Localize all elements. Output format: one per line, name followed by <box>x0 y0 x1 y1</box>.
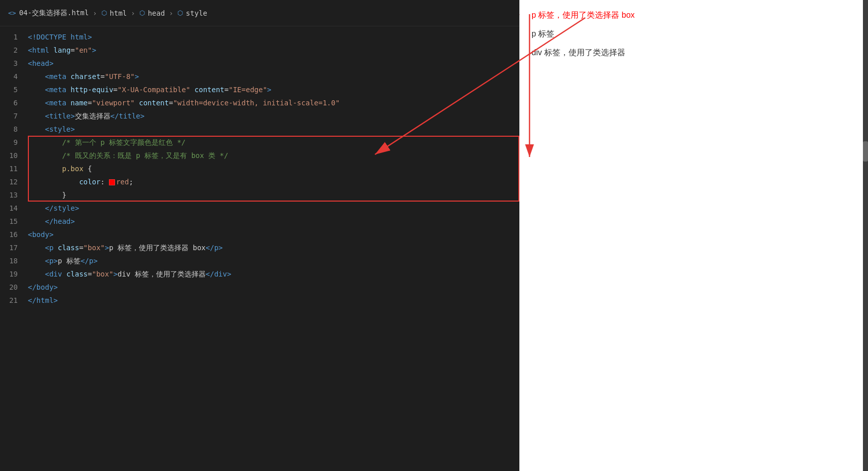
token-c-white <box>28 257 45 265</box>
token-c-white <box>28 217 45 225</box>
token-c-white <box>135 99 139 107</box>
code-line-15: 15 </head> <box>0 215 519 228</box>
token-c-white: = <box>169 99 173 107</box>
code-line-6: 6 <meta name="viewport" content="width=d… <box>0 96 519 109</box>
token-c-tag: <html <box>28 46 49 54</box>
line-number-17: 17 <box>0 241 28 254</box>
breadcrumb-file[interactable]: 04-交集选择器.html <box>19 9 89 18</box>
line-number-18: 18 <box>0 254 28 267</box>
code-line-18: 18 <p>p 标签</p> <box>0 254 519 267</box>
token-c-attr: class <box>66 270 88 278</box>
line-content-12[interactable]: color: red; <box>28 175 519 188</box>
line-content-3[interactable]: <head> <box>28 57 519 70</box>
breadcrumb-node3[interactable]: style <box>186 9 207 17</box>
token-c-white: = <box>70 46 74 54</box>
line-number-20: 20 <box>0 281 28 294</box>
token-c-tag: <style> <box>45 125 75 133</box>
code-line-9: 9 /* 第一个 p 标签文字颜色是红色 */ <box>0 136 519 149</box>
token-c-val: "width=device-width, initial-scale=1.0" <box>173 99 340 107</box>
token-c-tag: <p <box>45 244 54 252</box>
head-icon: ⬡ <box>139 9 145 17</box>
code-line-3: 3<head> <box>0 57 519 70</box>
token-c-white <box>28 151 62 160</box>
token-c-tag: <div <box>45 270 62 278</box>
token-c-attr: class <box>58 244 79 252</box>
code-line-14: 14 </style> <box>0 202 519 215</box>
token-c-tag: <title> <box>45 112 75 120</box>
line-content-20[interactable]: </body> <box>28 281 519 294</box>
token-c-white: p 标签，使用了类选择器 box <box>109 244 206 252</box>
token-c-white <box>49 46 53 54</box>
line-content-6[interactable]: <meta name="viewport" content="width=dev… <box>28 96 519 109</box>
token-c-white: = <box>79 244 83 252</box>
token-c-white: { <box>84 165 92 173</box>
token-c-val: "box" <box>84 244 105 252</box>
line-content-11[interactable]: p.box { <box>28 162 519 175</box>
line-content-4[interactable]: <meta charset="UTF-8"> <box>28 70 519 83</box>
line-content-5[interactable]: <meta http-equiv="X-UA-Compatible" conte… <box>28 83 519 96</box>
red-arrow <box>519 0 868 471</box>
line-content-18[interactable]: <p>p 标签</p> <box>28 254 519 267</box>
token-c-tag: > <box>267 86 271 94</box>
token-c-white <box>28 138 62 146</box>
breadcrumb-sep3: › <box>169 9 173 17</box>
line-number-19: 19 <box>0 267 28 281</box>
token-c-tag: </title> <box>110 112 144 120</box>
line-number-5: 5 <box>0 83 28 96</box>
line-number-11: 11 <box>0 162 28 175</box>
scrollbar[interactable] <box>863 0 868 471</box>
token-c-tag: </p> <box>206 244 223 252</box>
token-c-tag: <p> <box>45 257 58 265</box>
token-c-val: "viewport" <box>92 99 134 107</box>
code-line-8: 8 <style> <box>0 123 519 136</box>
line-content-17[interactable]: <p class="box">p 标签，使用了类选择器 box</p> <box>28 241 519 254</box>
line-content-10[interactable]: /* 既又的关系：既是 p 标签，又是有 box 类 */ <box>28 149 519 162</box>
line-content-19[interactable]: <div class="box">div 标签，使用了类选择器</div> <box>28 267 519 281</box>
scrollbar-thumb[interactable] <box>863 141 868 162</box>
line-number-4: 4 <box>0 70 28 83</box>
token-c-tag: > <box>135 72 139 81</box>
token-c-tag: </style> <box>45 204 79 212</box>
token-c-white <box>28 165 62 173</box>
line-content-7[interactable]: <title>交集选择器</title> <box>28 109 519 123</box>
token-c-tag: </p> <box>81 257 98 265</box>
token-c-selector: p.box <box>62 165 83 173</box>
token-c-attr: content <box>195 86 224 94</box>
line-number-8: 8 <box>0 123 28 136</box>
line-content-1[interactable]: <!DOCTYPE html> <box>28 30 519 44</box>
token-c-white <box>54 244 58 252</box>
breadcrumb-node2[interactable]: head <box>148 9 165 17</box>
line-content-2[interactable]: <html lang="en"> <box>28 44 519 57</box>
token-c-attr: http-equiv <box>70 86 113 94</box>
line-number-2: 2 <box>0 44 28 57</box>
breadcrumb-sep1: › <box>93 9 97 17</box>
token-c-tag: > <box>114 270 118 278</box>
line-content-21[interactable]: </html> <box>28 294 519 307</box>
token-c-tag: > <box>92 46 96 54</box>
token-c-tag: > <box>105 244 109 252</box>
token-c-tag: </body> <box>28 283 58 291</box>
line-content-15[interactable]: </head> <box>28 215 519 228</box>
line-number-3: 3 <box>0 57 28 70</box>
line-number-1: 1 <box>0 30 28 44</box>
code-line-17: 17 <p class="box">p 标签，使用了类选择器 box</p> <box>0 241 519 254</box>
token-c-white <box>28 72 45 81</box>
line-number-21: 21 <box>0 294 28 307</box>
line-content-16[interactable]: <body> <box>28 228 519 241</box>
code-line-7: 7 <title>交集选择器</title> <box>0 109 519 123</box>
line-number-13: 13 <box>0 188 28 202</box>
token-c-white <box>28 178 79 186</box>
line-content-13[interactable]: } <box>28 188 519 202</box>
line-content-9[interactable]: /* 第一个 p 标签文字颜色是红色 */ <box>28 136 519 149</box>
style-icon: ⬡ <box>177 9 183 17</box>
token-c-white <box>190 86 194 94</box>
breadcrumb-node1[interactable]: html <box>110 9 127 17</box>
code-line-21: 21</html> <box>0 294 519 307</box>
token-c-tag: <head> <box>28 59 54 67</box>
code-line-16: 16<body> <box>0 228 519 241</box>
line-content-14[interactable]: </style> <box>28 202 519 215</box>
line-content-8[interactable]: <style> <box>28 123 519 136</box>
line-number-6: 6 <box>0 96 28 109</box>
code-line-19: 19 <div class="box">div 标签，使用了类选择器</div> <box>0 267 519 281</box>
token-c-attr: lang <box>54 46 71 54</box>
